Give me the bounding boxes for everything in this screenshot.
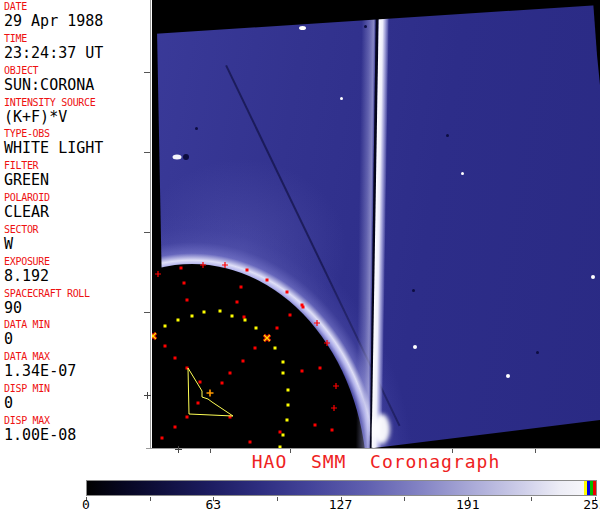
dark-speck [364,25,367,28]
smm-coronagraph-viewer: DATE29 Apr 1988TIME23:24:37 UTOBJECTSUN:… [0,0,600,512]
frame-tick [144,312,150,313]
red-marker-dot [240,286,243,289]
colorbar-tick [404,497,405,501]
star-dot [591,275,595,279]
field-value: GREEN [4,172,150,189]
yellow-marker-dot [231,315,234,318]
red-marker-dot [276,327,279,330]
yellow-marker-dot [282,361,285,364]
dark-speck [195,127,198,130]
field-label: DATA MIN [4,318,150,331]
red-marker-dot [246,269,249,272]
colorbar-stripe [593,481,596,495]
red-marker-dot [242,360,245,363]
star-dot [506,374,510,378]
field-label: SPACECRAFT ROLL [4,287,150,300]
red-marker-dot [331,429,334,432]
metadata-field: SECTORW [0,223,150,255]
metadata-field: DISP MAX1.00E-08 [0,414,150,446]
frame-tick [144,72,150,73]
red-marker-dot [186,299,189,302]
red-cross-marker [155,271,161,277]
red-marker-dot [174,357,177,360]
field-value: 0 [4,395,150,412]
yellow-marker-dot [191,315,194,318]
red-marker-dot [229,372,232,375]
field-value: (K+F)*V [4,109,150,126]
metadata-field: DATE29 Apr 1988 [0,0,150,32]
frame-tick [144,152,150,153]
red-marker-dot [254,347,257,350]
metadata-field: DISP MIN0 [0,382,150,414]
yellow-marker-dot [287,389,290,392]
yellow-marker-dot [274,347,277,350]
yellow-marker-dot [282,434,285,437]
field-value: 29 Apr 1988 [4,13,150,30]
red-marker-dot [221,382,224,385]
field-label: OBJECT [4,64,150,77]
dark-speck [536,351,539,354]
field-value: W [4,236,150,253]
red-marker-dot [302,306,305,309]
yellow-marker-dot [244,319,247,322]
red-cross-marker [222,262,228,268]
star-dot [299,26,306,30]
red-marker-dot [236,301,239,304]
metadata-field: TYPE-OBSWHITE LIGHT [0,127,150,159]
field-value: 23:24:37 UT [4,45,150,62]
metadata-field: DATA MIN0 [0,318,150,350]
colorbar [86,480,597,496]
colorbar-label: 63 [205,498,221,512]
red-marker-dot [183,282,186,285]
field-value: 1.34E-07 [4,363,150,380]
red-cross-marker [331,405,337,411]
red-marker-dot [243,316,246,319]
yellow-marker-dot [164,325,167,328]
comet-head [183,154,189,160]
colorbar-label: 127 [329,498,352,512]
colorbar-tick [150,497,151,501]
red-marker-dot [249,441,252,444]
field-value: WHITE LIGHT [4,140,150,157]
field-label: DISP MIN [4,382,150,395]
red-marker-dot [266,279,269,282]
red-marker-dot [164,345,167,348]
metadata-panel: DATE29 Apr 1988TIME23:24:37 UTOBJECTSUN:… [0,0,150,448]
field-value: SUN:CORONA [4,77,150,94]
colorbar-label: 255 [583,498,600,512]
star-dot [461,172,464,175]
colorbar-label: 0 [82,498,90,512]
comet-tail [173,155,182,160]
yellow-marker-dot [177,319,180,322]
field-label: TIME [4,32,150,45]
field-value: 90 [4,300,150,317]
red-cross-marker [200,262,206,268]
metadata-field: SPACECRAFT ROLL90 [0,287,150,319]
red-marker-dot [279,431,282,434]
field-value: 8.192 [4,268,150,285]
star-dot [413,345,417,349]
yellow-marker-dot [282,372,285,375]
coronagraph-image [152,0,600,448]
yellow-marker-dot [286,419,289,422]
metadata-field: OBJECTSUN:CORONA [0,64,150,96]
red-marker-dot [174,426,177,429]
yellow-marker-dot [219,310,222,313]
metadata-field: INTENSITY SOURCE(K+F)*V [0,96,150,128]
red-marker-dot [319,367,322,370]
colorbar-tick [277,497,278,501]
dark-speck [446,134,449,137]
red-cross-marker [333,383,339,389]
red-cross-marker [324,340,330,346]
field-label: SECTOR [4,223,150,236]
plus-mark [147,392,148,399]
metadata-field: EXPOSURE8.192 [0,255,150,287]
red-marker-dot [186,416,189,419]
dark-speck [412,289,415,292]
red-marker-dot [161,437,164,440]
metadata-field: DATA MAX1.34E-07 [0,350,150,382]
red-marker-dot [199,381,202,384]
red-marker-dot [286,291,289,294]
red-marker-dot [197,402,200,405]
image-title: HAO SMM Coronagraph [152,452,600,472]
